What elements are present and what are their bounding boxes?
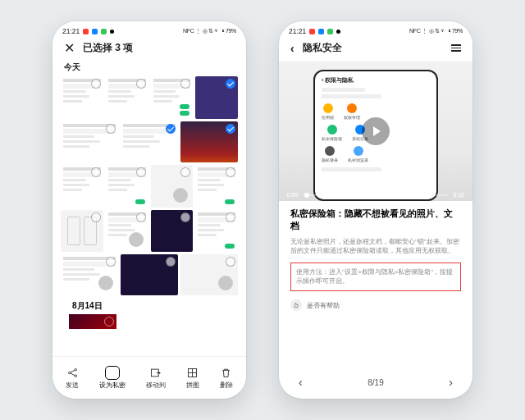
article: 私密保险箱：隐藏不想被看见的照片、文档 无论是私密照片，还是旅程文档，都能安心"… bbox=[279, 201, 472, 317]
move-icon bbox=[149, 367, 162, 379]
status-bar: 21:21 NFC ⋮ ◎ ⇅ ᯤ ▯ 79% bbox=[52, 21, 246, 38]
svg-point-2 bbox=[75, 375, 77, 377]
set-private-button[interactable]: 设为私密 bbox=[99, 367, 126, 390]
share-icon bbox=[66, 367, 79, 379]
thumb[interactable] bbox=[180, 121, 238, 162]
thumb[interactable] bbox=[61, 210, 103, 253]
page-position: 8/19 bbox=[368, 378, 383, 387]
video-hero: ‹ 权限与隐私 应用锁 权限管理 私密保险箱 系统分身 隐私替身 私密浏览器 0… bbox=[279, 62, 472, 201]
progress-bar[interactable] bbox=[304, 194, 449, 196]
status-time: 21:21 bbox=[62, 27, 80, 35]
status-dot-black bbox=[110, 30, 114, 34]
video-progress[interactable]: 0:09 0:10 bbox=[279, 192, 472, 201]
trash-icon bbox=[220, 367, 232, 379]
send-label: 发送 bbox=[66, 381, 79, 390]
helpful-label: 是否有帮助 bbox=[307, 301, 340, 310]
thumbnail-grid[interactable]: 8月14日 16 张照片 bbox=[52, 76, 246, 329]
bottom-toolbar: 发送 设为私密 移动到 拼图 删除 bbox=[52, 356, 246, 399]
private-label: 设为私密 bbox=[99, 381, 126, 390]
status-time: 21:21 bbox=[289, 27, 306, 35]
mock-icon-label: 应用锁 bbox=[322, 115, 334, 120]
thumb[interactable] bbox=[195, 210, 238, 253]
thumb[interactable] bbox=[121, 121, 178, 162]
thumb[interactable] bbox=[61, 165, 103, 208]
thumb[interactable] bbox=[61, 76, 103, 119]
article-body: 无论是私密照片，还是旅程文档，都能安心"锁"起来。加密后的文件只能通过私密保险箱… bbox=[290, 237, 461, 256]
page-title: 隐私安全 bbox=[303, 41, 342, 55]
thumb[interactable] bbox=[195, 165, 238, 208]
thumb[interactable] bbox=[151, 210, 194, 253]
mock-icon-label: 权限管理 bbox=[344, 115, 360, 120]
mock-icon-label: 隐私替身 bbox=[322, 158, 338, 162]
menu-icon[interactable] bbox=[451, 44, 461, 52]
thumb-large[interactable] bbox=[69, 314, 116, 329]
status-dot-green bbox=[101, 29, 107, 34]
back-icon[interactable]: ‹ bbox=[290, 42, 294, 55]
close-icon[interactable]: ✕ bbox=[64, 42, 75, 55]
collage-label: 拼图 bbox=[186, 381, 199, 390]
section-today: 今天 bbox=[52, 62, 246, 76]
thumb[interactable] bbox=[151, 76, 194, 119]
thumb[interactable] bbox=[61, 254, 118, 295]
svg-point-1 bbox=[75, 368, 77, 371]
thumb[interactable] bbox=[195, 76, 238, 119]
selection-title: 已选择 3 项 bbox=[83, 41, 133, 55]
collage-icon bbox=[186, 367, 199, 379]
section-aug14: 8月14日 bbox=[61, 295, 238, 314]
send-button[interactable]: 发送 bbox=[66, 367, 79, 390]
usage-box: 使用方法：进入"设置>权限与隐私>私密保险箱"，按提示操作即可开启。 bbox=[290, 262, 461, 291]
next-icon[interactable]: › bbox=[449, 376, 453, 389]
mock-header: 权限与隐私 bbox=[325, 77, 354, 83]
status-dot-blue bbox=[318, 29, 324, 34]
thumb[interactable] bbox=[106, 76, 148, 119]
article-heading: 私密保险箱：隐藏不想被看见的照片、文档 bbox=[290, 208, 461, 232]
mock-icon-label: 私密保险箱 bbox=[322, 136, 342, 141]
helpful-row: 是否有帮助 bbox=[290, 299, 461, 311]
status-dot-red bbox=[309, 29, 315, 34]
move-button[interactable]: 移动到 bbox=[146, 367, 166, 390]
status-right: NFC ⋮ ◎ ⇅ ᯤ ▯ 79% bbox=[409, 28, 463, 34]
phone-right: 21:21 NFC ⋮ ◎ ⇅ ᯤ ▯ 79% ‹ 隐私安全 ‹ 权限与隐私 应… bbox=[279, 21, 472, 399]
status-dot-red bbox=[83, 29, 89, 34]
thumb-up-icon[interactable] bbox=[290, 299, 302, 311]
status-right: NFC ⋮ ◎ ⇅ ᯤ ▯ 79% bbox=[183, 28, 236, 34]
title-bar: ✕ 已选择 3 项 bbox=[52, 38, 246, 62]
thumb[interactable] bbox=[61, 121, 118, 162]
thumb[interactable] bbox=[106, 165, 148, 208]
status-bar: 21:21 NFC ⋮ ◎ ⇅ ᯤ ▯ 79% bbox=[279, 21, 472, 38]
mock-icon-label: 私密浏览器 bbox=[348, 158, 368, 162]
time-current: 0:09 bbox=[287, 192, 299, 198]
move-label: 移动到 bbox=[146, 381, 166, 390]
collage-button[interactable]: 拼图 bbox=[186, 367, 199, 390]
delete-button[interactable]: 删除 bbox=[220, 367, 233, 390]
status-dot-green bbox=[327, 29, 333, 34]
pager: ‹ 8/19 › bbox=[279, 366, 472, 399]
thumb[interactable] bbox=[106, 210, 148, 253]
prev-icon[interactable]: ‹ bbox=[299, 376, 303, 389]
thumb[interactable] bbox=[180, 254, 238, 295]
phone-left: 21:21 NFC ⋮ ◎ ⇅ ᯤ ▯ 79% ✕ 已选择 3 项 今天 bbox=[52, 21, 246, 399]
title-bar: ‹ 隐私安全 bbox=[279, 38, 472, 62]
play-button[interactable] bbox=[362, 117, 390, 145]
time-total: 0:10 bbox=[453, 192, 464, 198]
thumb[interactable] bbox=[121, 254, 178, 295]
svg-point-0 bbox=[68, 372, 71, 374]
thumb[interactable] bbox=[151, 165, 194, 208]
delete-label: 删除 bbox=[220, 381, 233, 390]
lock-icon bbox=[106, 367, 119, 379]
status-dot-black bbox=[336, 30, 340, 34]
status-dot-blue bbox=[92, 29, 98, 34]
